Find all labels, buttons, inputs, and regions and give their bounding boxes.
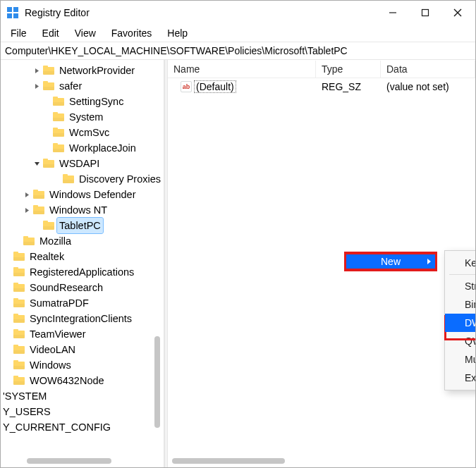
column-header-name[interactable]: Name [168, 61, 316, 78]
tree-item[interactable]: TeamViewer [1, 326, 164, 342]
tree-item-label: WSDAPI [57, 156, 102, 171]
chevron-right-icon[interactable] [32, 66, 42, 75]
folder-icon [13, 252, 25, 261]
app-icon [6, 6, 19, 19]
menu-help[interactable]: Help [160, 26, 195, 40]
tree-item[interactable]: SoundResearch [1, 280, 164, 295]
column-header-data[interactable]: Data [381, 61, 475, 78]
folder-icon [53, 143, 64, 153]
context-menu-new[interactable]: New [346, 254, 435, 269]
tree-item[interactable]: Realtek [1, 249, 164, 264]
window-title: Registry Editor [25, 7, 90, 18]
tree-item[interactable]: VideoLAN [1, 342, 164, 357]
tree-item-label: WOW6432Node [28, 373, 106, 388]
expander-blank [2, 329, 12, 339]
tree-item-label: VideoLAN [28, 342, 78, 357]
folder-icon [43, 221, 54, 230]
registry-editor-window: Registry Editor File Edit View Favorites… [0, 0, 476, 468]
address-bar[interactable]: Computer\HKEY_LOCAL_MACHINE\SOFTWARE\Pol… [1, 42, 475, 60]
value-list-pane: Name Type Data ab(Default)REG_SZ(value n… [168, 60, 475, 467]
tree-item-label: Mozilla [37, 233, 73, 249]
tree-item[interactable]: Windows Defender [1, 187, 164, 202]
tree-item-label: SoundResearch [28, 280, 105, 295]
tree-item[interactable]: WSDAPI [1, 156, 164, 171]
tree-horizontal-scrollbar[interactable] [2, 457, 152, 465]
context-menu-new-highlight: New [344, 252, 437, 271]
submenu-item[interactable]: Multi-String Value [445, 350, 475, 369]
expander-blank [2, 345, 12, 355]
context-menu-new-label: New [381, 256, 401, 267]
tree-item-label: SyncIntegrationClients [28, 311, 134, 326]
tree-item[interactable]: WOW6432Node [1, 373, 164, 388]
registry-tree[interactable]: NetworkProvidersaferSettingSyncSystemWcm… [1, 60, 164, 467]
split-pane: NetworkProvidersaferSettingSyncSystemWcm… [1, 60, 475, 467]
submenu-item[interactable]: Expandable String Value [445, 369, 475, 387]
tree-item-truncated[interactable]: Y_USERS [1, 404, 164, 419]
tree-item[interactable]: System [1, 109, 164, 125]
expander-blank [2, 252, 12, 261]
folder-icon [13, 298, 25, 308]
menu-favorites[interactable]: Favorites [104, 26, 159, 40]
tree-item[interactable]: Discovery Proxies [1, 171, 164, 187]
tree-item[interactable]: SyncIntegrationClients [1, 311, 164, 326]
tree-item-label: RegisteredApplications [28, 264, 136, 280]
tree-item[interactable]: Windows NT [1, 202, 164, 218]
expander-blank [42, 97, 51, 106]
menu-edit[interactable]: Edit [35, 26, 66, 40]
folder-icon [13, 283, 25, 292]
chevron-down-icon[interactable] [32, 159, 42, 168]
tree-item[interactable]: Windows [1, 357, 164, 373]
expander-blank [42, 128, 51, 137]
chevron-right-icon[interactable] [22, 190, 32, 199]
tree-item-label: Discovery Proxies [77, 171, 163, 187]
string-value-icon: ab [181, 81, 192, 92]
tree-item[interactable]: SumatraPDF [1, 295, 164, 311]
folder-icon [13, 376, 25, 386]
tree-item-label: Realtek [28, 249, 66, 264]
tree-item[interactable]: TabletPC [1, 218, 164, 233]
svg-rect-5 [422, 10, 429, 16]
tree-vertical-scrollbar[interactable] [152, 61, 162, 456]
tree-item-truncated[interactable]: 'SYSTEM [1, 388, 164, 404]
tree-item[interactable]: Mozilla [1, 233, 164, 249]
list-horizontal-scrollbar[interactable] [172, 457, 471, 465]
expander-blank [2, 267, 12, 277]
folder-icon [43, 81, 54, 91]
expander-blank [42, 143, 51, 153]
minimize-button[interactable] [377, 1, 409, 25]
tree-item-truncated[interactable]: Y_CURRENT_CONFIG [1, 419, 164, 435]
folder-icon [13, 329, 25, 339]
tree-item[interactable]: WcmSvc [1, 125, 164, 140]
folder-icon [43, 66, 54, 75]
folder-icon [13, 314, 25, 324]
folder-icon [23, 236, 35, 246]
chevron-right-icon[interactable] [32, 81, 42, 91]
folder-icon [13, 360, 25, 370]
submenu-item[interactable]: DWORD (32-bit) Value [445, 314, 475, 332]
tree-item[interactable]: WorkplaceJoin [1, 140, 164, 156]
tree-item-label: Windows NT [47, 202, 109, 218]
menu-view[interactable]: View [68, 26, 103, 40]
folder-icon [43, 159, 54, 168]
maximize-button[interactable] [409, 1, 441, 25]
tree-item[interactable]: RegisteredApplications [1, 264, 164, 280]
chevron-right-icon[interactable] [22, 205, 32, 215]
submenu-item[interactable]: String Value [445, 277, 475, 295]
tree-item-label: Y_CURRENT_CONFIG [1, 419, 113, 435]
close-button[interactable] [441, 1, 474, 25]
submenu-item-key[interactable]: Key [445, 254, 475, 272]
menu-file[interactable]: File [4, 26, 34, 40]
submenu-item[interactable]: Binary Value [445, 295, 475, 314]
submenu-item[interactable]: QWORD (64-bit) Value [445, 332, 475, 350]
menubar: File Edit View Favorites Help [1, 25, 475, 42]
svg-rect-1 [13, 7, 18, 12]
tree-item[interactable]: NetworkProvider [1, 63, 164, 78]
tree-item[interactable]: safer [1, 78, 164, 94]
tree-item-label: WcmSvc [67, 125, 111, 140]
expander-blank [12, 236, 22, 246]
expander-blank [32, 221, 42, 230]
column-header-type[interactable]: Type [316, 61, 381, 78]
value-row[interactable]: ab(Default)REG_SZ(value not set) [168, 78, 475, 95]
tree-item[interactable]: SettingSync [1, 94, 164, 109]
value-list[interactable]: ab(Default)REG_SZ(value not set) [168, 78, 475, 95]
